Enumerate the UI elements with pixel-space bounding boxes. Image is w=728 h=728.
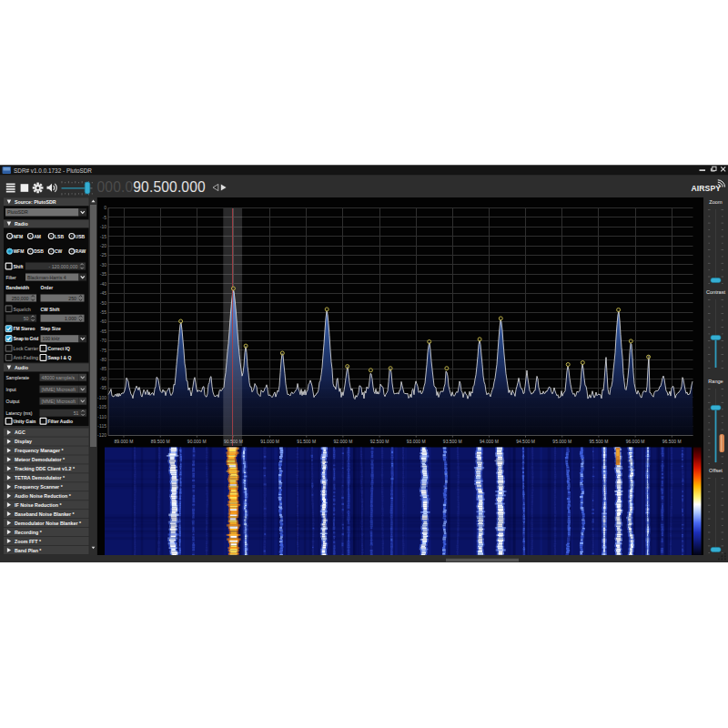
svg-text:92.000 M: 92.000 M	[333, 439, 352, 444]
svg-text:Lock Carrier: Lock Carrier	[13, 346, 38, 351]
svg-text:-15: -15	[100, 234, 106, 239]
svg-text:Display: Display	[15, 439, 32, 444]
svg-text:91.500 M: 91.500 M	[297, 439, 316, 444]
svg-text:Snap to Grid: Snap to Grid	[13, 336, 38, 341]
svg-text:Samplerate: Samplerate	[6, 375, 30, 380]
svg-text:PlutoSDR: PlutoSDR	[7, 209, 28, 215]
svg-text:DSB: DSB	[34, 248, 44, 254]
svg-text:-120: -120	[97, 432, 106, 438]
svg-text:Squelch: Squelch	[13, 307, 30, 312]
svg-text:-35: -35	[100, 271, 106, 277]
svg-text:Band Plan *: Band Plan *	[15, 548, 42, 553]
svg-text:96.000 M: 96.000 M	[626, 439, 645, 444]
svg-text:-5: -5	[103, 215, 107, 220]
svg-text:-95: -95	[100, 385, 106, 390]
svg-text:Zoom: Zoom	[709, 199, 723, 205]
svg-text:[MME] Microsoft: [MME] Microsoft	[42, 387, 76, 392]
svg-text:-85: -85	[100, 366, 106, 371]
svg-text:AGC: AGC	[15, 430, 25, 435]
svg-text:-115: -115	[97, 423, 106, 429]
svg-text:Frequency Scanner *: Frequency Scanner *	[15, 484, 64, 490]
svg-text:-90: -90	[100, 376, 106, 381]
svg-text:-75: -75	[100, 348, 106, 353]
svg-text:48000 sample/s: 48000 sample/s	[42, 375, 76, 380]
svg-text:-10: -10	[100, 224, 106, 229]
svg-text:LSB: LSB	[55, 234, 64, 239]
svg-text:Offset: Offset	[709, 468, 723, 473]
svg-text:Frequency Manager *: Frequency Manager *	[15, 448, 65, 453]
svg-text:-55: -55	[100, 309, 106, 315]
svg-text:-40: -40	[100, 281, 106, 287]
svg-text:Meteor Demodulator *: Meteor Demodulator *	[15, 457, 66, 462]
svg-text:IF Noise Reduction *: IF Noise Reduction *	[15, 502, 62, 508]
svg-text:SDR# v1.0.0.1732 - PlutoSDR: SDR# v1.0.0.1732 - PlutoSDR	[14, 167, 92, 174]
svg-text:50: 50	[24, 316, 29, 321]
svg-text:-25: -25	[100, 252, 106, 258]
svg-text:250: 250	[68, 296, 76, 301]
svg-text:94.000 M: 94.000 M	[480, 439, 499, 444]
svg-text:RAW: RAW	[76, 248, 86, 254]
svg-text:Range: Range	[708, 379, 723, 384]
svg-text:Source: PlutoSDR: Source: PlutoSDR	[15, 199, 56, 205]
svg-text:-100: -100	[97, 395, 106, 400]
svg-text:Filter Audio: Filter Audio	[47, 419, 73, 424]
svg-text:CW: CW	[55, 248, 63, 254]
svg-text:90.500 M: 90.500 M	[224, 439, 243, 444]
svg-text:-30: -30	[100, 262, 106, 268]
svg-text:Swap I & Q: Swap I & Q	[47, 355, 71, 360]
svg-text:89.500 M: 89.500 M	[151, 439, 170, 444]
svg-text:Input: Input	[6, 387, 17, 392]
svg-text:000.090.500.000: 000.090.500.000	[97, 179, 207, 195]
svg-text:-70: -70	[100, 338, 106, 343]
svg-text:93.000 M: 93.000 M	[407, 439, 426, 444]
svg-text:100 kHz: 100 kHz	[43, 336, 60, 341]
svg-text:-65: -65	[100, 329, 106, 334]
svg-text:Zoom FFT *: Zoom FFT *	[15, 539, 42, 544]
svg-text:Blackman-Harris 4: Blackman-Harris 4	[27, 275, 66, 280]
svg-text:89.000 M: 89.000 M	[115, 439, 134, 444]
svg-text:FM Stereo: FM Stereo	[13, 326, 35, 331]
svg-text:Unity Gain: Unity Gain	[13, 419, 35, 424]
svg-text:USB: USB	[76, 234, 86, 239]
svg-text:-20: -20	[100, 243, 106, 248]
svg-text:95.500 M: 95.500 M	[589, 439, 608, 444]
svg-text:-50: -50	[100, 300, 106, 306]
svg-text:Correct IQ: Correct IQ	[47, 346, 70, 351]
svg-text:Audio Noise Reduction *: Audio Noise Reduction *	[15, 493, 72, 499]
svg-text:Shift: Shift	[13, 264, 23, 269]
svg-text:Audio: Audio	[15, 365, 29, 370]
svg-text:TETRA Demodulator *: TETRA Demodulator *	[15, 475, 66, 480]
svg-text:90.000 M: 90.000 M	[187, 439, 207, 444]
svg-text:Latency (ms): Latency (ms)	[6, 410, 33, 416]
svg-text:Demodulator Noise Blanker *: Demodulator Noise Blanker *	[15, 521, 82, 526]
svg-text:Radio: Radio	[15, 221, 28, 227]
svg-text:95.000 M: 95.000 M	[552, 439, 571, 444]
svg-text:AM: AM	[34, 234, 41, 239]
svg-text:92.500 M: 92.500 M	[370, 439, 389, 444]
svg-text:CW Shift: CW Shift	[41, 307, 60, 312]
svg-text:94.500 M: 94.500 M	[516, 439, 535, 444]
svg-text:Bandwidth: Bandwidth	[6, 285, 30, 290]
svg-text:[MME] Microsoft: [MME] Microsoft	[42, 399, 76, 404]
svg-text:Anti-Fading: Anti-Fading	[13, 355, 38, 360]
svg-text:Baseband Noise Blanker *: Baseband Noise Blanker *	[15, 511, 76, 517]
svg-text:Step Size: Step Size	[41, 326, 61, 331]
svg-text:AIRSPY: AIRSPY	[692, 184, 722, 193]
svg-text:-110: -110	[97, 414, 106, 420]
svg-text:-105: -105	[97, 404, 106, 410]
svg-text:NFM: NFM	[13, 234, 23, 239]
svg-text:96.500 M: 96.500 M	[662, 439, 682, 444]
svg-text:Tracking DDE Client v1.2 *: Tracking DDE Client v1.2 *	[15, 466, 76, 471]
svg-text:Recording *: Recording *	[15, 530, 43, 535]
svg-text:-60: -60	[100, 318, 106, 324]
svg-text:Filter: Filter	[6, 275, 16, 280]
svg-text:51: 51	[74, 410, 79, 416]
svg-text:-45: -45	[100, 290, 106, 296]
svg-text:91.000 M: 91.000 M	[260, 439, 279, 444]
svg-text:Output: Output	[6, 399, 21, 404]
svg-text:Order: Order	[41, 285, 54, 290]
svg-text:- 120,000,000: - 120,000,000	[48, 264, 77, 269]
svg-text:Contrast: Contrast	[706, 289, 726, 295]
svg-text:93.500 M: 93.500 M	[443, 439, 462, 444]
svg-text:-80: -80	[100, 357, 106, 362]
